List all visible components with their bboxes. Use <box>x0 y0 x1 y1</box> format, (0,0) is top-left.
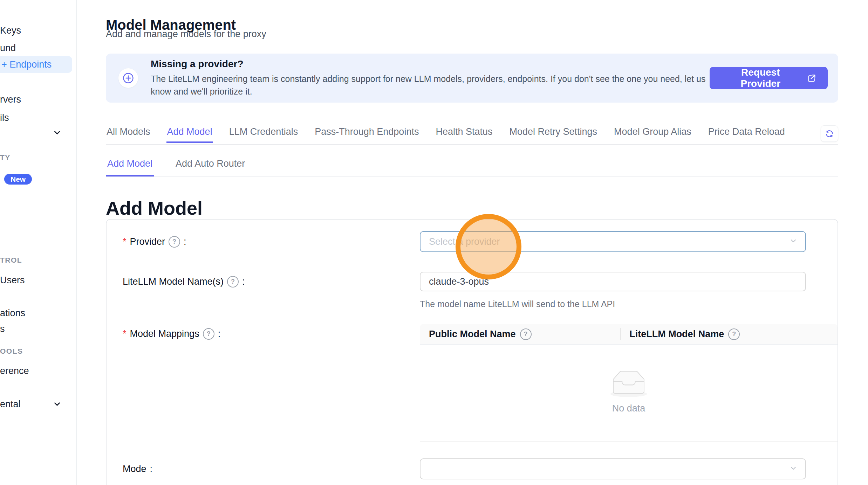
sidebar-item-endpoints[interactable]: + Endpoints <box>0 56 72 73</box>
header-divider <box>620 328 621 340</box>
request-provider-button[interactable]: Request Provider <box>710 67 828 89</box>
help-icon[interactable]: ? <box>227 276 239 287</box>
sidebar-item-ations[interactable]: ations <box>0 308 25 319</box>
label-colon: : <box>184 236 186 247</box>
tab-llm-credentials[interactable]: LLM Credentials <box>228 124 299 143</box>
sidebar-item-und[interactable]: und <box>0 43 16 54</box>
subtab-add-model[interactable]: Add Model <box>106 154 154 176</box>
refresh-icon <box>825 129 834 138</box>
sidebar-item-s[interactable]: s <box>0 324 5 334</box>
tab-pass-through-endpoints[interactable]: Pass-Through Endpoints <box>314 124 419 143</box>
tab-all-models[interactable]: All Models <box>106 124 151 143</box>
required-marker: * <box>123 236 127 247</box>
model-name-input[interactable]: claude-3-opus <box>420 272 806 291</box>
model-mappings-row: * Model Mappings ? : Public Model Name ?… <box>123 324 821 442</box>
plus-circle-icon <box>118 68 138 88</box>
provider-row: * Provider ? : Select a provider <box>123 231 821 252</box>
model-name-help-text: The model name LiteLLM will send to the … <box>420 299 821 309</box>
banner-text: Missing a provider? The LiteLLM engineer… <box>151 58 710 98</box>
sidebar-section-ools: OOLS <box>0 347 23 355</box>
model-name-row: LiteLLM Model Name(s) ? : claude-3-opus … <box>123 272 821 309</box>
add-model-heading: Add Model <box>106 197 203 219</box>
chevron-down-icon <box>789 237 798 247</box>
sidebar-item-keys[interactable]: Keys <box>0 25 21 36</box>
sidebar-item-endpoints-label: + Endpoints <box>1 59 52 70</box>
tab-add-model[interactable]: Add Model <box>166 124 213 143</box>
mappings-empty-state: No data <box>420 345 838 442</box>
help-icon[interactable]: ? <box>728 328 740 340</box>
banner-title: Missing a provider? <box>151 58 710 70</box>
mode-label-text: Mode <box>123 464 146 474</box>
sidebar-item-erence[interactable]: erence <box>0 366 29 376</box>
tab-model-group-alias[interactable]: Model Group Alias <box>613 124 692 143</box>
provider-label-text: Provider <box>130 236 165 247</box>
sidebar-section-ty: TY <box>0 153 11 162</box>
mode-row: Mode : Optional - LiteLLM endpoint to us… <box>123 458 821 485</box>
tab-health-status[interactable]: Health Status <box>435 124 493 143</box>
sidebar-section-trol: TROL <box>0 256 22 264</box>
chevron-down-icon[interactable] <box>53 400 62 409</box>
model-mappings-label-text: Model Mappings <box>130 328 199 339</box>
no-data-text: No data <box>612 403 645 414</box>
model-name-label-text: LiteLLM Model Name(s) <box>123 276 224 287</box>
provider-select[interactable]: Select a provider <box>420 231 806 252</box>
label-colon: : <box>218 328 221 339</box>
label-colon: : <box>150 464 153 474</box>
refresh-button[interactable] <box>821 125 838 142</box>
help-icon[interactable]: ? <box>169 236 180 248</box>
public-model-name-header: Public Model Name ? <box>420 328 620 340</box>
chevron-down-icon <box>789 464 798 474</box>
tab-model-retry-settings[interactable]: Model Retry Settings <box>509 124 598 143</box>
empty-inbox-icon <box>606 369 651 398</box>
mappings-table-header: Public Model Name ? LiteLLM Model Name ? <box>420 324 838 345</box>
label-colon: : <box>242 276 245 287</box>
main-content: Model Management Add and manage models f… <box>76 0 868 485</box>
subtab-add-auto-router[interactable]: Add Auto Router <box>174 154 246 176</box>
add-model-subtabs: Add Model Add Auto Router <box>106 154 838 177</box>
missing-provider-banner: Missing a provider? The LiteLLM engineer… <box>106 54 838 103</box>
tab-price-data-reload[interactable]: Price Data Reload <box>708 124 786 143</box>
model-mappings-label: * Model Mappings ? : <box>123 324 420 340</box>
model-mappings-table: Public Model Name ? LiteLLM Model Name ? <box>420 324 838 442</box>
provider-placeholder: Select a provider <box>429 236 500 247</box>
banner-body: The LiteLLM engineering team is constant… <box>151 73 710 98</box>
sidebar-item-servers[interactable]: rvers <box>0 94 21 105</box>
mode-label: Mode : <box>123 458 420 479</box>
chevron-down-icon[interactable] <box>53 128 62 137</box>
litellm-model-name-header-text: LiteLLM Model Name <box>629 329 724 340</box>
sidebar-item-ental[interactable]: ental <box>0 399 21 410</box>
mode-select[interactable] <box>420 458 806 479</box>
model-name-value: claude-3-opus <box>429 276 489 287</box>
page-subtitle: Add and manage models for the proxy <box>106 29 266 40</box>
add-model-form-card: * Provider ? : Select a provider <box>106 219 838 485</box>
new-badge: New <box>4 174 32 185</box>
model-tabs: All Models Add Model LLM Credentials Pas… <box>106 124 838 145</box>
public-model-name-header-text: Public Model Name <box>429 329 516 340</box>
request-provider-label: Request Provider <box>721 67 800 89</box>
help-icon[interactable]: ? <box>520 328 532 340</box>
sidebar: Keys und + Endpoints rvers ils TY New TR… <box>0 0 77 485</box>
sidebar-item-users[interactable]: Users <box>0 275 25 286</box>
help-icon[interactable]: ? <box>203 328 214 340</box>
sidebar-item-ils[interactable]: ils <box>0 112 9 123</box>
provider-label: * Provider ? : <box>123 231 420 252</box>
litellm-model-name-header: LiteLLM Model Name ? <box>620 328 838 340</box>
external-link-icon <box>807 73 816 83</box>
required-marker: * <box>123 328 127 339</box>
model-name-label: LiteLLM Model Name(s) ? : <box>123 272 420 291</box>
